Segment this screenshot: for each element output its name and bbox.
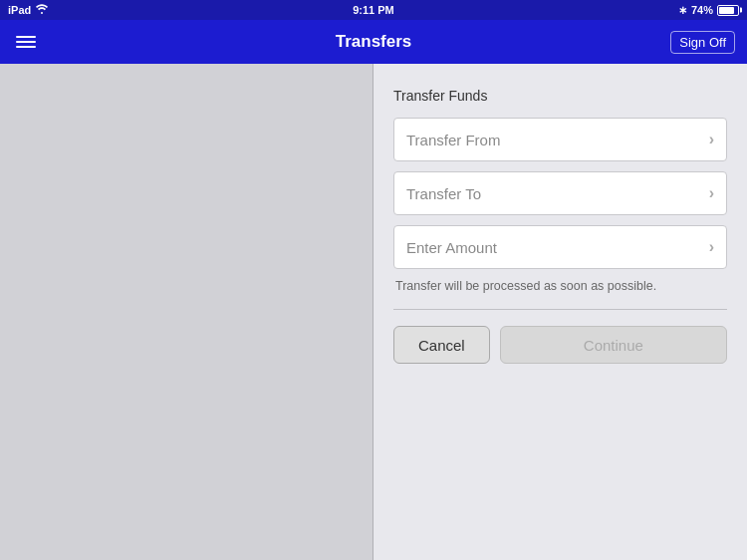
info-text: Transfer will be processed as soon as po…: [395, 279, 727, 293]
transfer-to-field[interactable]: Transfer To ›: [393, 171, 727, 215]
content-area: Transfer Funds Transfer From › Transfer …: [374, 64, 747, 560]
battery-percent-label: 74%: [691, 4, 713, 16]
page-title: Transfers: [336, 32, 412, 52]
bluetooth-icon: ∗: [678, 4, 687, 17]
status-bar-left: iPad: [8, 3, 48, 17]
status-bar-time: 9:11 PM: [353, 4, 394, 16]
status-bar: iPad 9:11 PM ∗ 74%: [0, 0, 747, 20]
sign-off-button[interactable]: Sign Off: [670, 31, 735, 54]
battery-icon: [717, 5, 739, 16]
continue-button[interactable]: Continue: [500, 326, 727, 364]
transfer-to-chevron-icon: ›: [709, 184, 714, 202]
enter-amount-field[interactable]: Enter Amount ›: [393, 225, 727, 269]
transfer-from-field[interactable]: Transfer From ›: [393, 118, 727, 161]
enter-amount-label: Enter Amount: [406, 239, 497, 256]
transfer-from-label: Transfer From: [406, 132, 500, 148]
section-title: Transfer Funds: [393, 88, 727, 104]
sidebar: [0, 64, 374, 560]
menu-button[interactable]: [12, 32, 40, 52]
main-layout: Transfer Funds Transfer From › Transfer …: [0, 64, 747, 560]
nav-bar: Transfers Sign Off: [0, 20, 747, 64]
transfer-from-chevron-icon: ›: [709, 131, 714, 148]
cancel-button[interactable]: Cancel: [393, 326, 490, 364]
transfer-to-label: Transfer To: [406, 185, 481, 202]
device-label: iPad: [8, 4, 31, 16]
enter-amount-chevron-icon: ›: [709, 238, 714, 256]
status-bar-right: ∗ 74%: [678, 4, 739, 17]
button-row: Cancel Continue: [393, 326, 727, 364]
divider: [393, 309, 727, 310]
wifi-icon: [36, 3, 48, 17]
